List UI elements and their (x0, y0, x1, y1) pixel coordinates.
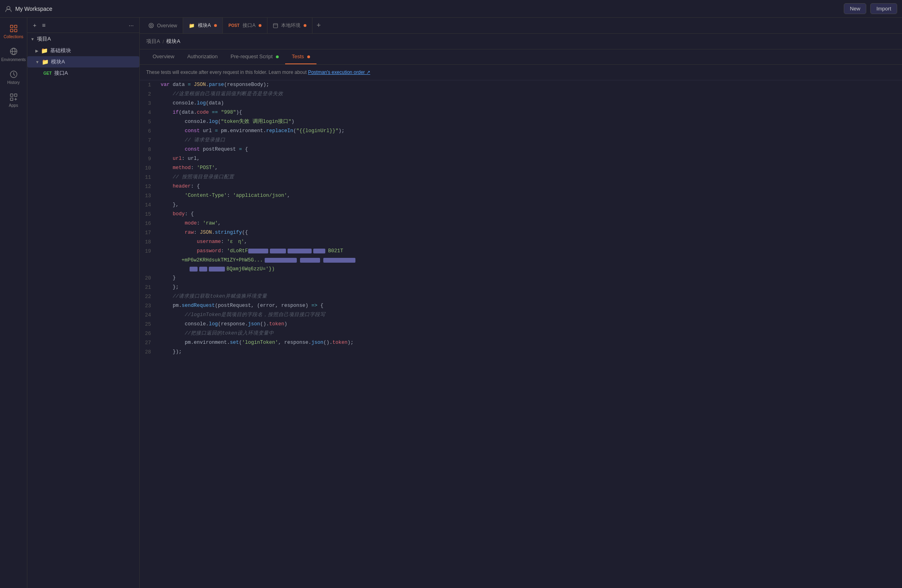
tab-overview-label: Overview (157, 23, 177, 29)
more-options-button[interactable]: ··· (127, 21, 135, 29)
user-icon (5, 5, 12, 12)
history-label: History (7, 80, 20, 85)
import-button[interactable]: Import (870, 3, 897, 14)
code-line-5: 5 console.log("token失效 调用login接口") (140, 117, 902, 127)
sub-tabs: Overview Authorization Pre-request Scrip… (140, 49, 902, 65)
sub-tab-tests[interactable]: Tests (285, 49, 316, 64)
code-line-27: 27 pm.environment.set('loginToken', resp… (140, 338, 902, 347)
sidebar-item-collections[interactable]: Collections (2, 21, 26, 42)
sidebar-item-environments[interactable]: Environments (2, 44, 26, 65)
sub-tab-pre-request[interactable]: Pre-request Script (224, 49, 285, 64)
code-line-23: 23 pm.sendRequest(postRequest, (error, r… (140, 301, 902, 310)
panel-toolbar: + ≡ ··· (27, 18, 139, 33)
tab-folder-a[interactable]: 📁 模块A (183, 18, 223, 34)
code-line-9: 9 url: url, (140, 154, 902, 163)
main-area: Collections Environments History (0, 18, 902, 588)
info-text: These tests will execute after every req… (140, 65, 902, 80)
tab-folder-a-label: 模块A (198, 22, 211, 29)
code-line-28: 28 }); (140, 347, 902, 357)
method-get-badge: GET (43, 71, 52, 76)
folder-jichu[interactable]: ▶ 📁 基础模块 (27, 45, 139, 56)
tab-bar: Overview 📁 模块A POST 接口A 本 (140, 18, 902, 34)
filter-button[interactable]: ≡ (41, 21, 47, 29)
code-line-13: 13 'Content-Type': 'application/json', (140, 191, 902, 200)
workspace-title: My Workspace (5, 5, 52, 12)
code-line-26: 26 //把接口返回的token设入环境变量中 (140, 329, 902, 338)
tab-env[interactable]: 本地环境 (267, 18, 312, 34)
code-line-7: 7 // 请求登录接口 (140, 136, 902, 145)
tab-post-api-label: 接口A (243, 22, 255, 29)
code-line-11: 11 // 按照项目登录接口配置 (140, 173, 902, 182)
tab-env-label: 本地环境 (281, 22, 300, 29)
folder-modula-icon: 📁 (42, 59, 49, 65)
tab-env-dot (304, 24, 306, 27)
tab-post-api[interactable]: POST 接口A (223, 18, 267, 34)
code-line-2: 2 //这里根据自己项目返回值判断是否是登录失效 (140, 90, 902, 99)
folder-modula[interactable]: ▼ 📁 模块A (27, 56, 139, 67)
tab-folder-icon: 📁 (189, 23, 195, 29)
icon-sidebar: Collections Environments History (0, 18, 27, 588)
code-line-24: 24 //loginToken是我项目的字段名，按照自己项目接口字段写 (140, 310, 902, 320)
environments-icon (9, 47, 18, 56)
root-chevron: ▼ (31, 37, 35, 41)
svg-rect-4 (14, 29, 16, 32)
sidebar-item-apps[interactable]: Apps (2, 90, 26, 111)
code-line-17: 17 raw: JSON.stringify({ (140, 228, 902, 237)
tree-root[interactable]: ▼ 项目A (27, 33, 139, 45)
code-line-15: 15 body: { (140, 210, 902, 219)
svg-rect-1 (10, 25, 12, 28)
folder-modula-chevron: ▼ (35, 60, 39, 64)
tab-overview[interactable]: Overview (143, 18, 183, 34)
folder-modula-label: 模块A (51, 58, 65, 65)
tab-env-icon (273, 23, 278, 28)
collections-icon (9, 24, 18, 33)
folder-jichu-chevron: ▶ (35, 49, 39, 53)
execution-order-link[interactable]: Postman's execution order ↗ (308, 69, 370, 75)
code-line-22: 22 //请求接口获取token并赋值换环境变量 (140, 292, 902, 301)
tab-post-dot (259, 24, 261, 27)
overview-tab-icon (149, 23, 154, 28)
code-line-19c: BQamj6Wq6zzU='}) (140, 265, 902, 274)
app-container: My Workspace New Import Collections (0, 0, 902, 588)
breadcrumb-parent[interactable]: 项目A (146, 38, 160, 45)
code-line-16: 16 mode: 'raw', (140, 219, 902, 228)
history-icon (9, 70, 18, 79)
code-line-20: 20 } (140, 274, 902, 283)
svg-rect-2 (14, 25, 16, 28)
main-content: Overview 📁 模块A POST 接口A 本 (140, 18, 902, 588)
tab-add-button[interactable]: + (312, 21, 325, 30)
breadcrumb-current: 模块A (166, 38, 180, 45)
code-line-6: 6 const url = pm.environment.replaceIn("… (140, 127, 902, 136)
root-label: 项目A (37, 35, 51, 43)
sidebar-item-history[interactable]: History (2, 67, 26, 88)
tab-folder-a-dot (214, 24, 217, 27)
titlebar: My Workspace New Import (0, 0, 902, 18)
breadcrumb: 项目A / 模块A (140, 34, 902, 49)
code-line-3: 3 console.log(data) (140, 99, 902, 108)
svg-rect-9 (10, 94, 12, 96)
add-collection-button[interactable]: + (31, 21, 38, 29)
svg-rect-10 (14, 94, 16, 96)
svg-rect-3 (10, 29, 12, 32)
code-line-14: 14 }, (140, 200, 902, 210)
folder-jichu-icon: 📁 (41, 47, 48, 54)
svg-point-14 (149, 23, 153, 28)
request-jieoua[interactable]: GET 接口A (27, 67, 139, 79)
sub-tab-overview[interactable]: Overview (146, 49, 181, 64)
code-line-8: 8 const postRequest = { (140, 145, 902, 154)
svg-point-15 (150, 24, 152, 27)
apps-label: Apps (9, 103, 18, 108)
sub-tab-authorization[interactable]: Authorization (181, 49, 224, 64)
code-line-19: 19 password: 'dLoRtF B021T (140, 247, 902, 256)
apps-icon (9, 93, 18, 102)
new-button[interactable]: New (844, 3, 866, 14)
request-jieoua-label: 接口A (54, 69, 68, 77)
collections-label: Collections (4, 35, 23, 39)
folder-jichu-label: 基础模块 (50, 47, 71, 54)
environments-label: Environments (1, 57, 26, 62)
breadcrumb-separator: / (163, 39, 164, 45)
svg-rect-16 (273, 23, 278, 28)
code-editor[interactable]: 1 var data = JSON.parse(responseBody); 2… (140, 80, 902, 588)
code-line-10: 10 method: 'POST', (140, 163, 902, 173)
svg-rect-11 (10, 98, 12, 100)
